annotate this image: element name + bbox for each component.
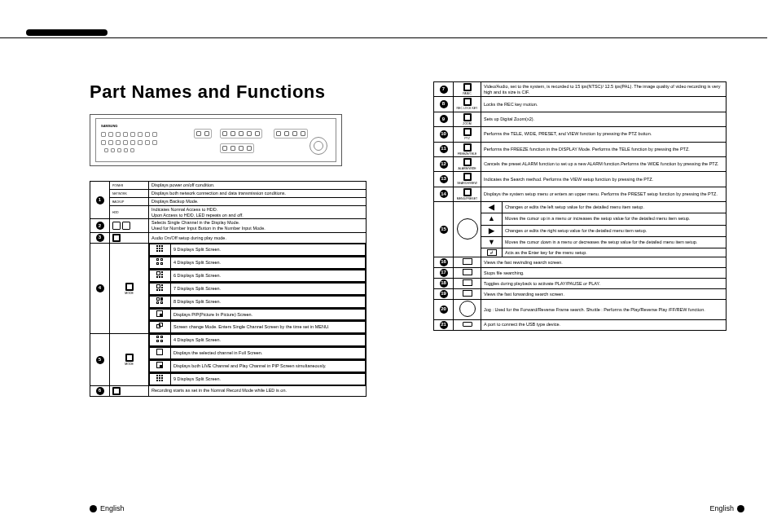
pip-icon (150, 309, 171, 320)
desc-alarm: Cancels the preset ALARM function to set… (481, 156, 727, 171)
desc-menu: Displays the system setup menu or enters… (481, 187, 727, 201)
livepip-icon (150, 361, 171, 372)
num-10: 10 (434, 127, 454, 142)
desc-5-split9: 9 Displays Split Screen. (171, 373, 366, 385)
grid7-icon (150, 283, 171, 294)
num-8: 8 (434, 97, 454, 112)
num-20: 20 (434, 300, 454, 320)
desc-play: Toggles during playback to activate PLAY… (481, 279, 727, 289)
usb-icon (454, 319, 481, 330)
desc-enter: Acts as the Enter key for the menu setup… (503, 248, 727, 257)
desc-pip: Displays PIP(Picture In Picture) Screen. (171, 309, 366, 320)
num-11: 11 (434, 142, 454, 156)
grid9-icon (150, 244, 171, 256)
desc-stop: Stops file searching. (481, 268, 727, 279)
menu-icon: MENU/PRESET (454, 187, 481, 201)
num-21: 21 (434, 319, 454, 330)
header-bar (26, 29, 108, 36)
right-column: 7 PANIC Video/Audio, set to the system, … (433, 81, 744, 397)
desc-split7: 7 Displays Split Screen. (171, 283, 366, 294)
desc-reclock: Locks the REC key motion. (481, 97, 727, 112)
arrow-down-icon: ▼ (481, 236, 503, 248)
desc-split4: 4 Displays Split Screen. (171, 257, 366, 269)
mode-icon-5: MODE (110, 334, 149, 386)
num-17: 17 (434, 268, 454, 279)
rew-icon (454, 257, 481, 268)
desc-rec: Recording starts as set in the Normal Re… (149, 385, 367, 396)
device-illustration: SAMSUNG (90, 114, 342, 166)
num-2: 2 (90, 219, 110, 233)
footer-right: English (709, 504, 744, 512)
desc-up: Moves the cursor up in a menu or increas… (503, 213, 727, 225)
left-column: Part Names and Functions SAMSUNG (90, 81, 401, 397)
panic-icon: PANIC (454, 82, 481, 97)
page-dot-icon (737, 505, 744, 512)
desc-ptz: Performs the TELE, WIDE, PRESET, and VIE… (481, 127, 727, 142)
right-table: 7 PANIC Video/Audio, set to the system, … (433, 81, 727, 331)
arrow-right-icon: ▶ (481, 225, 503, 236)
header-rule (0, 37, 767, 38)
rec-icon (110, 385, 149, 396)
alarm-icon: ALARM/WIDE (454, 156, 481, 171)
desc-ch-buttons: Selects Single Channel in the Display Mo… (149, 219, 367, 233)
desc-hdd: Indicates Normal Access to HDD.Upon Acce… (149, 205, 367, 219)
grid9b-icon (150, 373, 171, 385)
desc-seq: Screen change Mode. Enters Single Channe… (171, 322, 366, 333)
jog-icon (454, 300, 481, 320)
footer-text: English (100, 504, 125, 512)
label-backup: BACKUP (110, 197, 149, 205)
desc-right: Changes or edits the right setup value f… (503, 225, 727, 236)
desc-left: Changes or edits the left setup value fo… (503, 202, 727, 213)
num-14: 14 (434, 187, 454, 201)
desc-freeze: Performs the FREEZE function in the DISP… (481, 142, 727, 156)
num-18: 18 (434, 279, 454, 289)
desc-split8: 8 Displays Split Screen. (171, 296, 366, 307)
page-dot-icon (90, 505, 97, 512)
desc-ff: Views the fast forwarding search screen. (481, 289, 727, 300)
left-table: 1 POWER Displays power on/off condition.… (90, 181, 367, 397)
desc-split6: 6 Displays Split Screen. (171, 270, 366, 281)
grid8-icon (150, 296, 171, 307)
num-4: 4 (90, 244, 110, 334)
grid4b-icon (150, 335, 171, 346)
zoom-icon: ZOOM (454, 112, 481, 126)
num-3: 3 (90, 233, 110, 244)
num-9: 9 (434, 112, 454, 126)
num-5: 5 (90, 334, 110, 386)
seq-icon (150, 322, 171, 333)
arrow-left-icon: ◀ (481, 202, 503, 213)
ff-icon (454, 289, 481, 300)
footer-text: English (709, 504, 734, 512)
desc-panic: Video/Audio, set to the system, is recor… (481, 82, 727, 97)
reclock-icon: REC LOCK KEY (454, 97, 481, 112)
freeze-icon: FREEZE/TELE (454, 142, 481, 156)
num-15: 15 (434, 202, 454, 257)
num-7: 7 (434, 82, 454, 97)
desc-search: Indicates the Search method. Performs th… (481, 172, 727, 187)
desc-jog: Jog : Used for the Forward/Reverse Frame… (481, 300, 727, 320)
dpad-icon (454, 202, 481, 257)
desc-split9: 9 Displays Split Screen. (171, 244, 366, 256)
desc-full: Displays the selected channel in Full Sc… (171, 348, 366, 359)
num-6: 6 (90, 385, 110, 396)
desc-backup: Displays Backup Mode. (149, 197, 367, 205)
footer-left: English (90, 504, 125, 512)
audio-icon (110, 233, 149, 244)
desc-power: Displays power on/off condition. (149, 182, 367, 190)
desc-down: Moves the cursor down in a menu or decre… (503, 236, 727, 248)
ptz-icon: PTZ (454, 127, 481, 142)
ch-buttons-icon (110, 219, 149, 233)
stop-icon (454, 268, 481, 279)
desc-usb: A port to connect the USB type device. (481, 319, 727, 330)
search-icon: SEARCH/VIEW (454, 172, 481, 187)
num-13: 13 (434, 172, 454, 187)
desc-zoom: Sets up Digital Zoom(x2). (481, 112, 727, 126)
label-network: NETWORK (110, 189, 149, 197)
desc-audio: Audio On/Off setup during play mode. (149, 233, 367, 244)
mode-icon-4: MODE (110, 244, 149, 334)
full-icon (150, 348, 171, 359)
desc-network: Displays both network connection and dat… (149, 189, 367, 197)
num-12: 12 (434, 156, 454, 171)
play-icon (454, 279, 481, 289)
label-power: POWER (110, 182, 149, 190)
